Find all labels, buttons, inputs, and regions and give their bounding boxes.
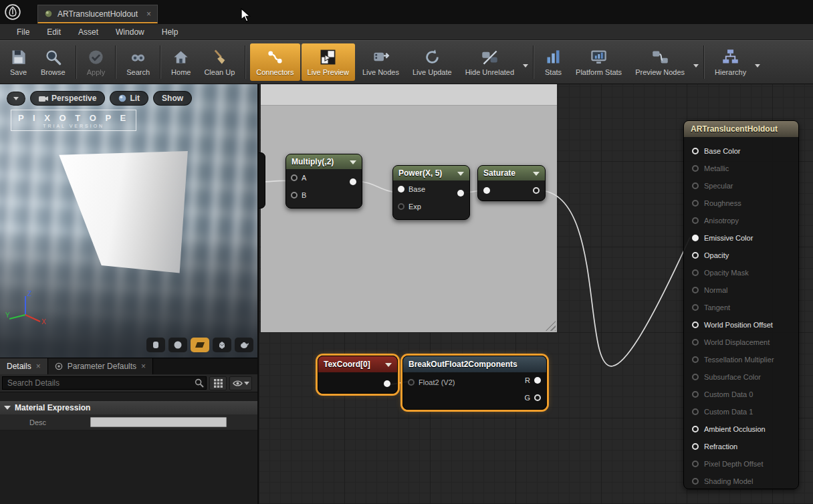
pin-circle-icon[interactable] bbox=[408, 379, 415, 386]
offscreen-node[interactable] bbox=[257, 152, 265, 209]
tab-parameter-defaults[interactable]: Parameter Defaults × bbox=[48, 358, 153, 374]
connectors-toggle-button[interactable]: Connectors bbox=[250, 43, 300, 81]
viewport-options-button[interactable] bbox=[7, 92, 25, 106]
material-pin-opacity[interactable]: Opacity bbox=[692, 247, 798, 264]
pin-circle-icon[interactable] bbox=[692, 200, 699, 207]
material-pin-base-color[interactable]: Base Color bbox=[692, 142, 798, 160]
material-node-header[interactable]: ARTranslucentHoldout bbox=[684, 121, 798, 137]
pin-circle-icon[interactable] bbox=[291, 174, 298, 181]
material-pin-pixel-depth-offset[interactable]: Pixel Depth Offset bbox=[692, 455, 798, 473]
saturate-node[interactable]: Saturate bbox=[477, 165, 546, 201]
live-update-toggle-button[interactable]: Live Update bbox=[406, 43, 458, 81]
menu-window[interactable]: Window bbox=[107, 25, 153, 39]
pin-circle-icon[interactable] bbox=[534, 377, 541, 384]
cube-mesh-button[interactable] bbox=[213, 338, 231, 352]
material-pin-world-displacement[interactable]: World Displacement bbox=[692, 334, 798, 351]
pin-circle-icon[interactable] bbox=[692, 148, 699, 154]
pin-circle-icon[interactable] bbox=[692, 235, 699, 241]
menu-asset[interactable]: Asset bbox=[70, 25, 107, 39]
texcoord-output-pin[interactable] bbox=[384, 380, 390, 387]
pin-circle-icon[interactable] bbox=[398, 203, 404, 210]
material-graph-canvas[interactable]: Multiply(,2) A B Power(X, 5) Base bbox=[257, 84, 813, 504]
preview-viewport[interactable]: Perspective Lit Show P I X O T O P E TRI… bbox=[0, 84, 257, 358]
power-node-header[interactable]: Power(X, 5) bbox=[393, 166, 469, 180]
output-pin-r[interactable]: R bbox=[525, 376, 541, 384]
pin-circle-icon[interactable] bbox=[692, 461, 699, 467]
apply-button[interactable]: Apply bbox=[81, 43, 112, 81]
plane-mesh-button[interactable] bbox=[191, 338, 209, 352]
home-button[interactable]: Home bbox=[165, 43, 197, 81]
material-pin-custom-data-1[interactable]: Custom Data 1 bbox=[692, 403, 798, 420]
pin-circle-icon[interactable] bbox=[692, 339, 699, 346]
platform-stats-button[interactable]: Platform Stats bbox=[570, 43, 628, 81]
close-icon[interactable]: × bbox=[36, 362, 41, 371]
input-pin-b[interactable]: B bbox=[286, 186, 362, 204]
pin-circle-icon[interactable] bbox=[692, 443, 699, 450]
material-pin-specular[interactable]: Specular bbox=[692, 177, 798, 195]
comment-resize-handle[interactable] bbox=[546, 321, 556, 331]
pin-circle-icon[interactable] bbox=[291, 192, 298, 199]
pin-circle-icon[interactable] bbox=[692, 182, 699, 189]
saturate-node-header[interactable]: Saturate bbox=[478, 166, 545, 180]
sphere-mesh-button[interactable] bbox=[168, 338, 187, 352]
stats-toggle-button[interactable]: Stats bbox=[538, 43, 568, 81]
material-pin-emissive-color[interactable]: Emissive Color bbox=[692, 229, 798, 247]
multiply-node-header[interactable]: Multiply(,2) bbox=[286, 154, 362, 169]
tab-details[interactable]: Details × bbox=[0, 358, 48, 374]
cylinder-mesh-button[interactable] bbox=[146, 338, 165, 352]
power-output-pin[interactable] bbox=[457, 190, 464, 197]
material-pin-refraction[interactable]: Refraction bbox=[692, 438, 798, 455]
hierarchy-dropdown-caret-icon[interactable] bbox=[755, 64, 760, 70]
breakout-float2-node[interactable]: BreakOutFloat2Components Float2 (V2) R G bbox=[402, 356, 547, 410]
pin-circle-icon[interactable] bbox=[692, 478, 699, 485]
multiply-output-pin[interactable] bbox=[350, 178, 356, 185]
hide-unrelated-dropdown-caret-icon[interactable] bbox=[523, 64, 528, 70]
material-pin-anisotropy[interactable]: Anisotropy bbox=[692, 212, 798, 229]
menu-help[interactable]: Help bbox=[153, 25, 187, 39]
preview-nodes-button[interactable]: Preview Nodes bbox=[629, 43, 691, 81]
material-pin-metallic[interactable]: Metallic bbox=[692, 160, 798, 177]
menu-file[interactable]: File bbox=[8, 25, 38, 39]
teapot-mesh-button[interactable] bbox=[235, 338, 253, 352]
browse-button[interactable]: Browse bbox=[35, 43, 72, 81]
material-pin-world-position-offset[interactable]: World Position Offset bbox=[692, 316, 798, 334]
material-pin-ambient-occlusion[interactable]: Ambient Occlusion bbox=[692, 420, 798, 438]
clean-up-button[interactable]: Clean Up bbox=[198, 43, 241, 81]
material-pin-tessellation-multiplier[interactable]: Tessellation Multiplier bbox=[692, 351, 798, 368]
material-pin-normal[interactable]: Normal bbox=[692, 281, 798, 299]
pin-circle-icon[interactable] bbox=[692, 426, 699, 432]
desc-value-field[interactable] bbox=[90, 417, 227, 427]
menu-edit[interactable]: Edit bbox=[38, 25, 70, 39]
search-button[interactable]: Search bbox=[120, 43, 156, 81]
document-tab[interactable]: ARTranslucentHoldout × bbox=[37, 5, 158, 23]
pin-circle-icon[interactable] bbox=[692, 391, 699, 398]
pin-circle-icon[interactable] bbox=[692, 356, 699, 363]
multiply-node[interactable]: Multiply(,2) A B bbox=[285, 154, 362, 209]
view-options-button[interactable] bbox=[229, 376, 252, 390]
pin-circle-icon[interactable] bbox=[692, 252, 699, 259]
preview-nodes-dropdown-caret-icon[interactable] bbox=[693, 64, 699, 70]
material-pin-subsurface-color[interactable]: Subsurface Color bbox=[692, 368, 798, 386]
input-pin-exp[interactable]: Exp bbox=[393, 198, 469, 215]
comment-header[interactable] bbox=[261, 84, 557, 106]
pin-circle-icon[interactable] bbox=[692, 322, 699, 328]
texcoord-node-header[interactable]: TexCoord[0] bbox=[318, 356, 397, 372]
pin-circle-icon[interactable] bbox=[692, 287, 699, 293]
live-nodes-toggle-button[interactable]: Live Nodes bbox=[356, 43, 405, 81]
material-pin-tangent[interactable]: Tangent bbox=[692, 299, 798, 316]
material-pin-roughness[interactable]: Roughness bbox=[692, 195, 798, 212]
material-pin-custom-data-0[interactable]: Custom Data 0 bbox=[692, 386, 798, 403]
show-button[interactable]: Show bbox=[153, 91, 192, 106]
material-pin-shading-model[interactable]: Shading Model bbox=[692, 473, 798, 490]
search-details-input[interactable] bbox=[2, 376, 207, 390]
pin-circle-icon[interactable] bbox=[692, 374, 699, 380]
pin-circle-icon[interactable] bbox=[692, 408, 699, 415]
perspective-button[interactable]: Perspective bbox=[30, 91, 105, 106]
material-pin-opacity-mask[interactable]: Opacity Mask bbox=[692, 264, 798, 281]
save-button[interactable]: Save bbox=[3, 43, 33, 81]
saturate-output-pin[interactable] bbox=[533, 187, 540, 194]
hide-unrelated-toggle-button[interactable]: Hide Unrelated bbox=[459, 43, 520, 81]
material-expression-section-header[interactable]: Material Expression bbox=[0, 401, 257, 414]
live-preview-toggle-button[interactable]: Live Preview bbox=[302, 43, 355, 81]
property-matrix-button[interactable] bbox=[209, 376, 227, 390]
